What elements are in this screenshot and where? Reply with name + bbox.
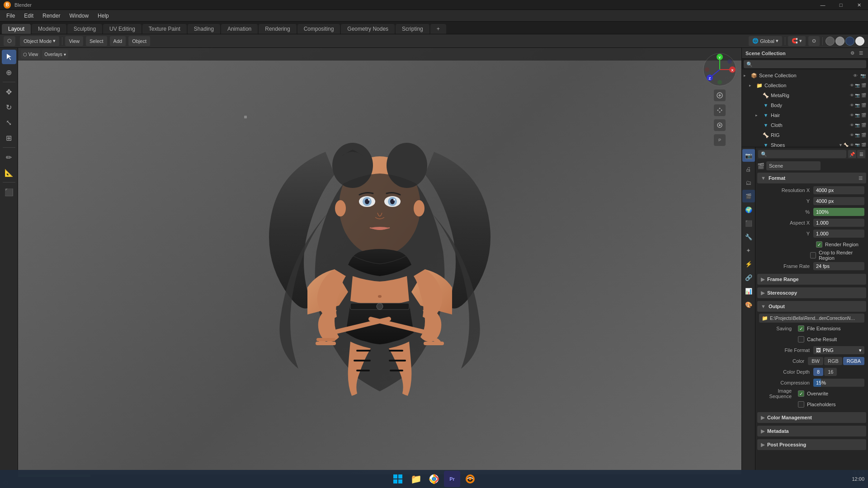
taskbar-file-explorer[interactable]: 📁	[408, 471, 424, 487]
menu-render[interactable]: Render	[38, 12, 65, 20]
resolution-x-field[interactable]: 4000 px	[813, 186, 864, 194]
outliner-view-btn[interactable]: ☰	[857, 50, 864, 57]
color-depth-16[interactable]: 16	[824, 368, 837, 376]
prop-tab-output[interactable]: 🖨	[742, 163, 755, 175]
prop-tab-data[interactable]: 📊	[742, 285, 755, 297]
color-btn-rgb[interactable]: RGB	[824, 357, 842, 365]
outliner-item-rig[interactable]: 🦴 RIG 👁 📷 🎬	[742, 130, 868, 140]
render-region-checkbox[interactable]: ✓	[816, 241, 822, 248]
outliner-item-shoes[interactable]: ▼ Shoes ▼ 🦴 👁 📷 🎬	[742, 140, 868, 147]
tab-scripting[interactable]: Scripting	[396, 24, 429, 34]
resolution-pct-field[interactable]: 100%	[813, 208, 864, 216]
prop-tab-scene[interactable]: 🎬	[742, 190, 755, 202]
maximize-button[interactable]: □	[832, 0, 850, 10]
pan-camera-btn[interactable]	[714, 104, 726, 116]
aspect-y-field[interactable]: 1.000	[813, 230, 864, 238]
output-path-field[interactable]: 📁 E:\Projects\Bella\Rend...denCorrection…	[759, 314, 864, 323]
tab-animation[interactable]: Animation	[221, 24, 258, 34]
props-pin-btn[interactable]: 📌	[848, 150, 856, 158]
outliner-search-input[interactable]	[744, 60, 866, 68]
cache-result-checkbox[interactable]	[798, 336, 804, 343]
perspective-toggle-btn[interactable]: P	[714, 134, 726, 146]
viewport-shade-solid[interactable]	[826, 37, 835, 46]
outliner-item-metarig[interactable]: 🦴 MetaRig 👁 📷 🎬	[742, 90, 868, 100]
file-format-field[interactable]: 🖼 PNG ▾	[813, 346, 864, 354]
prop-tab-physics[interactable]: ⚡	[742, 258, 755, 270]
menu-edit[interactable]: Edit	[19, 12, 38, 20]
tab-modeling[interactable]: Modeling	[32, 24, 66, 34]
close-button[interactable]: ✕	[850, 0, 868, 10]
viewport-header-overlays[interactable]: Overlays ▾	[42, 50, 68, 59]
color-btn-rgba[interactable]: RGBA	[843, 357, 864, 365]
post-processing-header[interactable]: ▶ Post Processing	[757, 439, 866, 450]
tool-cursor[interactable]: ⊕	[2, 65, 16, 80]
overwrite-checkbox[interactable]: ✓	[798, 390, 804, 397]
snapping-btn[interactable]: 🧲 ▾	[788, 36, 806, 46]
tool-annotate[interactable]: ✏	[2, 150, 16, 164]
taskbar-premiere[interactable]: Pr	[444, 471, 460, 487]
crop-render-checkbox[interactable]	[810, 252, 816, 258]
object-menu-btn[interactable]: Object	[128, 36, 150, 46]
tab-geometry-nodes[interactable]: Geometry Nodes	[341, 24, 395, 34]
menu-file[interactable]: File	[2, 12, 19, 20]
aspect-x-field[interactable]: 1.000	[813, 219, 864, 227]
props-list-btn[interactable]: ☰	[857, 150, 865, 158]
tab-sculpting[interactable]: Sculpting	[67, 24, 102, 34]
color-depth-8[interactable]: 8	[813, 368, 823, 376]
outliner-item-body[interactable]: ▼ Body 👁 📷 🎬	[742, 100, 868, 110]
taskbar-chrome[interactable]	[426, 471, 442, 487]
file-extensions-checkbox[interactable]: ✓	[798, 325, 804, 332]
viewport-gizmo[interactable]: X Y Z	[702, 52, 738, 88]
tab-texture-paint[interactable]: Texture Paint	[142, 24, 187, 34]
orbit-camera-btn[interactable]	[714, 119, 726, 131]
outliner-filter-btn[interactable]: ⚙	[849, 50, 856, 57]
viewport-shade-eevee[interactable]	[855, 37, 864, 46]
viewport-3d[interactable]: ⬡ View Overlays ▾ X Y Z	[18, 48, 741, 477]
tab-layout[interactable]: Layout	[2, 24, 31, 34]
tool-rotate[interactable]: ↻	[2, 100, 16, 114]
prop-tab-world[interactable]: 🌍	[742, 203, 755, 216]
format-section-header[interactable]: ▼ Format ☰	[757, 173, 866, 183]
add-menu-btn[interactable]: Add	[110, 36, 126, 46]
menu-help[interactable]: Help	[93, 12, 113, 20]
resolution-y-field[interactable]: 4000 px	[813, 197, 864, 205]
viewport-shade-rendered[interactable]	[845, 37, 854, 46]
viewport-header-mode[interactable]: ⬡ View	[21, 50, 40, 59]
menu-window[interactable]: Window	[65, 12, 93, 20]
prop-tab-render[interactable]: 📷	[742, 149, 755, 162]
output-section-header[interactable]: ▼ Output	[757, 301, 866, 312]
tool-transform[interactable]: ⊞	[2, 131, 16, 145]
editor-type-btn[interactable]: ⬡	[4, 36, 15, 46]
view-menu-btn[interactable]: View	[65, 36, 83, 46]
tab-rendering[interactable]: Rendering	[259, 24, 296, 34]
minimize-button[interactable]: —	[814, 0, 832, 10]
object-mode-btn[interactable]: Object Mode ▾	[20, 36, 59, 46]
scene-name-input[interactable]	[766, 161, 821, 170]
color-management-header[interactable]: ▶ Color Management	[757, 412, 866, 423]
tool-select[interactable]	[2, 50, 16, 64]
metadata-header[interactable]: ▶ Metadata	[757, 426, 866, 436]
frame-range-header[interactable]: ▶ Frame Range	[757, 274, 866, 285]
viewport-shade-material[interactable]	[835, 37, 844, 46]
tab-add[interactable]: +	[430, 24, 446, 34]
tab-shading[interactable]: Shading	[188, 24, 220, 34]
taskbar-blender[interactable]	[462, 471, 478, 487]
outliner-item-collection[interactable]: ▸ 📁 Collection 👁 📷 🎬	[742, 80, 868, 90]
tab-compositing[interactable]: Compositing	[297, 24, 340, 34]
tab-uv-editing[interactable]: UV Editing	[103, 24, 142, 34]
select-menu-btn[interactable]: Select	[86, 36, 107, 46]
tool-scale[interactable]: ⤡	[2, 115, 16, 130]
outliner-item-cloth[interactable]: ▼ Cloth 👁 📷 🎬	[742, 120, 868, 130]
transform-space-btn[interactable]: 🌐 Global ▾	[749, 36, 782, 46]
stereoscopy-header[interactable]: ▶ Stereoscopy	[757, 287, 866, 298]
prop-tab-particles[interactable]: ✦	[742, 244, 755, 257]
prop-tab-object[interactable]: ⬛	[742, 217, 755, 230]
frame-rate-field[interactable]: 24 fps	[813, 262, 864, 270]
zoom-camera-btn[interactable]	[714, 89, 726, 101]
placeholders-checkbox[interactable]	[798, 401, 804, 408]
outliner-item-scene-collection[interactable]: ▸ 📦 Scene Collection 👁 📷	[742, 70, 868, 80]
format-menu-icon[interactable]: ☰	[859, 176, 863, 181]
outliner-item-hair[interactable]: ▸ ▼ Hair 👁 📷 🎬	[742, 110, 868, 120]
props-search-input[interactable]	[758, 150, 846, 158]
compression-field[interactable]: 15%	[813, 379, 864, 387]
